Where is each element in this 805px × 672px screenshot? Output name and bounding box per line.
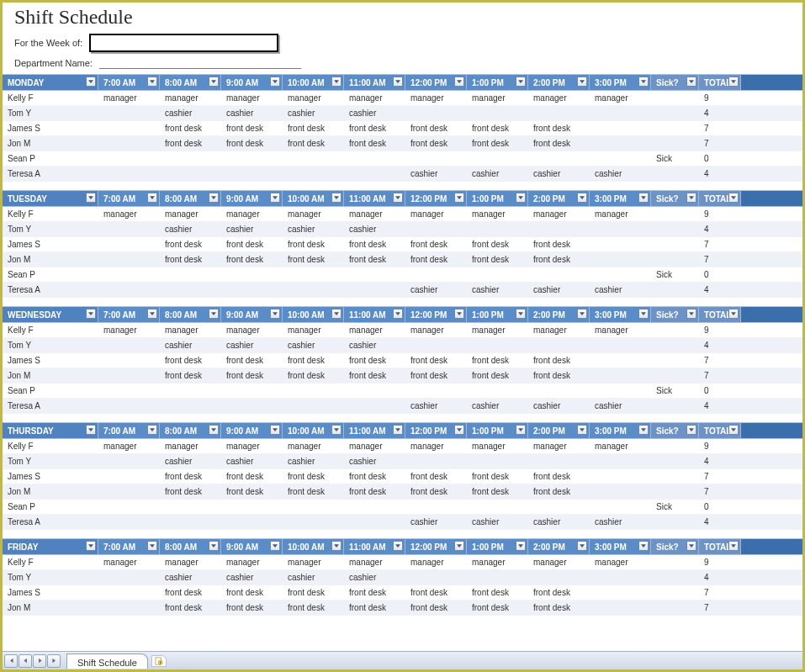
time-column-header[interactable]: 9:00 AM — [221, 307, 283, 322]
shift-cell[interactable]: cashier — [283, 341, 344, 350]
shift-cell[interactable]: manager — [467, 442, 528, 451]
shift-cell[interactable]: front desk — [160, 472, 221, 481]
filter-dropdown-icon[interactable] — [728, 193, 739, 203]
shift-cell[interactable]: manager — [467, 93, 528, 103]
nav-prev-button[interactable] — [19, 654, 32, 668]
shift-cell[interactable]: manager — [405, 93, 467, 103]
time-column-header[interactable]: 10:00 AM — [283, 539, 344, 554]
shift-cell[interactable]: front desk — [160, 603, 221, 612]
filter-dropdown-icon[interactable] — [577, 309, 587, 319]
filter-dropdown-icon[interactable] — [638, 425, 649, 435]
shift-cell[interactable]: front desk — [467, 472, 528, 481]
shift-cell[interactable]: front desk — [528, 487, 590, 496]
shift-cell[interactable]: cashier — [344, 457, 405, 466]
shift-cell[interactable]: front desk — [283, 371, 344, 380]
filter-dropdown-icon[interactable] — [331, 425, 342, 435]
filter-dropdown-icon[interactable] — [209, 77, 219, 87]
shift-cell[interactable]: cashier — [344, 108, 405, 118]
shift-cell[interactable]: manager — [528, 442, 590, 451]
shift-cell[interactable]: manager — [160, 442, 221, 451]
shift-cell[interactable]: manager — [590, 558, 651, 567]
shift-cell[interactable]: cashier — [221, 457, 283, 466]
time-column-header[interactable]: 2:00 PM — [528, 423, 590, 438]
shift-cell[interactable]: front desk — [160, 240, 221, 249]
shift-cell[interactable]: manager — [467, 558, 528, 567]
time-column-header[interactable]: 12:00 PM — [405, 423, 467, 438]
shift-cell[interactable]: cashier — [405, 401, 467, 410]
shift-cell[interactable]: front desk — [344, 371, 405, 380]
shift-cell[interactable]: front desk — [528, 356, 590, 365]
shift-cell[interactable]: cashier — [528, 285, 590, 294]
shift-cell[interactable]: front desk — [344, 139, 405, 148]
filter-dropdown-icon[interactable] — [638, 309, 649, 319]
time-column-header[interactable]: 3:00 PM — [590, 191, 651, 206]
shift-cell[interactable]: front desk — [344, 588, 405, 597]
total-column-header[interactable]: TOTAL — [699, 75, 741, 90]
shift-cell[interactable]: front desk — [283, 240, 344, 249]
shift-cell[interactable]: cashier — [405, 517, 467, 526]
time-column-header[interactable]: 11:00 AM — [344, 423, 405, 438]
filter-dropdown-icon[interactable] — [86, 309, 96, 319]
filter-dropdown-icon[interactable] — [728, 77, 739, 87]
day-name-header[interactable]: FRIDAY — [3, 539, 98, 554]
shift-cell[interactable]: front desk — [467, 139, 528, 148]
shift-cell[interactable]: manager — [221, 442, 283, 451]
filter-dropdown-icon[interactable] — [638, 193, 649, 203]
filter-dropdown-icon[interactable] — [516, 541, 526, 551]
shift-cell[interactable]: front desk — [467, 603, 528, 612]
shift-cell[interactable]: manager — [344, 209, 405, 219]
filter-dropdown-icon[interactable] — [331, 309, 342, 319]
sick-column-header[interactable]: Sick? — [651, 191, 699, 206]
filter-dropdown-icon[interactable] — [728, 425, 739, 435]
time-column-header[interactable]: 10:00 AM — [283, 307, 344, 322]
filter-dropdown-icon[interactable] — [393, 309, 403, 319]
sheet-tab[interactable]: Shift Schedule — [66, 653, 148, 669]
shift-cell[interactable]: manager — [528, 93, 590, 103]
shift-cell[interactable]: front desk — [467, 371, 528, 380]
shift-cell[interactable]: front desk — [221, 240, 283, 249]
shift-cell[interactable]: manager — [98, 558, 160, 567]
time-column-header[interactable]: 1:00 PM — [467, 539, 528, 554]
filter-dropdown-icon[interactable] — [147, 77, 157, 87]
time-column-header[interactable]: 2:00 PM — [528, 539, 590, 554]
shift-cell[interactable]: front desk — [160, 139, 221, 148]
shift-cell[interactable]: front desk — [160, 356, 221, 365]
filter-dropdown-icon[interactable] — [393, 193, 403, 203]
time-column-header[interactable]: 9:00 AM — [221, 539, 283, 554]
shift-cell[interactable]: front desk — [405, 588, 467, 597]
filter-dropdown-icon[interactable] — [454, 425, 464, 435]
shift-cell[interactable]: cashier — [283, 573, 344, 582]
shift-cell[interactable]: front desk — [344, 603, 405, 612]
total-column-header[interactable]: TOTAL — [699, 539, 741, 554]
shift-cell[interactable]: manager — [221, 209, 283, 219]
sick-cell[interactable]: Sick — [651, 270, 699, 279]
shift-cell[interactable]: front desk — [344, 124, 405, 133]
filter-dropdown-icon[interactable] — [454, 77, 464, 87]
shift-cell[interactable]: front desk — [467, 255, 528, 264]
shift-cell[interactable]: cashier — [467, 401, 528, 410]
shift-cell[interactable]: manager — [283, 558, 344, 567]
shift-cell[interactable]: manager — [405, 325, 467, 335]
sick-cell[interactable]: Sick — [651, 386, 699, 395]
shift-cell[interactable]: cashier — [590, 517, 651, 526]
filter-dropdown-icon[interactable] — [86, 77, 96, 87]
shift-cell[interactable]: cashier — [405, 285, 467, 294]
shift-cell[interactable]: cashier — [221, 225, 283, 234]
time-column-header[interactable]: 2:00 PM — [528, 191, 590, 206]
shift-cell[interactable]: manager — [344, 93, 405, 103]
filter-dropdown-icon[interactable] — [686, 309, 696, 319]
filter-dropdown-icon[interactable] — [86, 541, 96, 551]
shift-cell[interactable]: manager — [528, 558, 590, 567]
time-column-header[interactable]: 8:00 AM — [160, 75, 221, 90]
filter-dropdown-icon[interactable] — [577, 425, 587, 435]
shift-cell[interactable]: front desk — [344, 472, 405, 481]
time-column-header[interactable]: 3:00 PM — [590, 307, 651, 322]
shift-cell[interactable]: front desk — [405, 371, 467, 380]
filter-dropdown-icon[interactable] — [147, 541, 157, 551]
time-column-header[interactable]: 10:00 AM — [283, 75, 344, 90]
shift-cell[interactable]: front desk — [160, 371, 221, 380]
shift-cell[interactable]: front desk — [528, 603, 590, 612]
filter-dropdown-icon[interactable] — [147, 193, 157, 203]
shift-cell[interactable]: front desk — [467, 588, 528, 597]
filter-dropdown-icon[interactable] — [270, 77, 280, 87]
